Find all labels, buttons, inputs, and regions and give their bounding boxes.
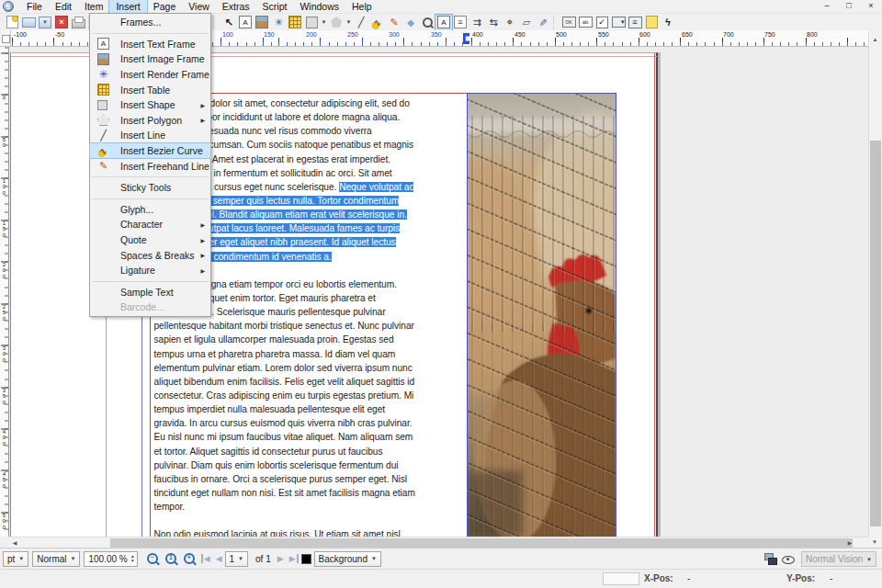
menu-item-insert-render-frame[interactable]: Insert Render Frame	[90, 67, 210, 83]
pdf-combo-box-button[interactable]	[610, 15, 627, 30]
menu-item-insert-text-frame[interactable]: Insert Text Frame	[90, 37, 210, 52]
text-line[interactable]: pellentesque habitant morbi tristique se…	[154, 319, 476, 333]
image-frame[interactable]	[467, 93, 616, 537]
zoom-button[interactable]	[419, 15, 435, 30]
scroll-up-button[interactable]: ▲	[868, 32, 881, 47]
close-button[interactable]: ×	[860, 0, 882, 13]
measurements-button[interactable]	[502, 15, 518, 30]
menu-script[interactable]: Script	[256, 0, 294, 13]
tool-dropdown-caret[interactable]: ▼	[320, 15, 328, 30]
text-line[interactable]: consectetur. Cras adipiscing enim eu tur…	[154, 389, 476, 402]
text-line[interactable]: sapien et ligula ullamcorper malesuada p…	[154, 333, 476, 346]
text-line[interactable]: tempor.	[154, 500, 476, 514]
zoom-in-button[interactable]: +	[180, 551, 198, 567]
unit-select[interactable]: pt▼	[3, 551, 28, 567]
select-item-button[interactable]	[220, 15, 237, 30]
horizontal-scroll-thumb[interactable]	[110, 538, 853, 548]
insert-table-button[interactable]	[287, 15, 303, 30]
menu-help[interactable]: Help	[345, 0, 379, 13]
unlink-text-frames-button[interactable]	[485, 15, 502, 30]
insert-freehand-line-button[interactable]	[386, 15, 402, 30]
layer-select[interactable]: Background▼	[314, 551, 381, 567]
menu-item-sticky-tools[interactable]: Sticky Tools	[90, 180, 210, 196]
spinner-arrows-icon[interactable]: ▲▼	[130, 554, 135, 563]
scroll-down-button[interactable]: ▼	[868, 537, 881, 548]
close-document-button[interactable]	[53, 15, 70, 30]
insert-render-frame-button[interactable]	[270, 15, 287, 30]
edit-story-editor-button[interactable]	[452, 15, 469, 30]
last-page-button[interactable]: ▶	[289, 554, 299, 563]
menu-item-insert-polygon[interactable]: Insert Polygon▶	[90, 113, 210, 129]
page-number-select[interactable]: 1▼	[225, 551, 249, 567]
menu-item-spaces-breaks[interactable]: Spaces & Breaks▶	[90, 247, 210, 263]
pdf-check-box-button[interactable]	[594, 15, 610, 30]
menu-item-sample-text[interactable]: Sample Text	[90, 285, 210, 300]
menu-item-frames[interactable]: Frames...	[90, 15, 210, 30]
menu-edit[interactable]: Edit	[49, 0, 78, 13]
text-line[interactable]: faucibus in ornare. Orci a scelerisque p…	[154, 472, 476, 486]
zoom-level-spinner[interactable]: 100.00 %▲▼	[84, 551, 137, 567]
text-line[interactable]: et tortor. Aliquet sagittis id consectet…	[154, 445, 476, 458]
selected-text[interactable]: Neque volutpat ac	[339, 182, 413, 192]
menu-item-character[interactable]: Character▶	[90, 217, 210, 232]
eye-dropper-button[interactable]	[535, 15, 551, 30]
text-line[interactable]: aliquet bibendum enim facilisis. Felis e…	[154, 375, 476, 389]
insert-image-frame-button[interactable]	[254, 15, 270, 30]
horizontal-scrollbar[interactable]: ◀ ▶	[9, 537, 868, 548]
menu-windows[interactable]: Windows	[293, 0, 345, 13]
pdf-link-annotation-button[interactable]	[660, 15, 676, 30]
print-document-button[interactable]	[70, 15, 86, 30]
vertical-scroll-thumb[interactable]	[870, 141, 881, 526]
menu-file[interactable]: File	[20, 0, 49, 13]
menu-view[interactable]: View	[182, 0, 216, 13]
menu-extras[interactable]: Extras	[216, 0, 256, 13]
link-text-frames-button[interactable]	[469, 15, 485, 30]
maximize-button[interactable]: □	[838, 0, 860, 13]
pdf-list-box-button[interactable]	[627, 15, 643, 30]
pdf-push-button-button[interactable]	[560, 15, 577, 30]
copy-item-properties-button[interactable]	[518, 15, 535, 30]
pdf-text-annotation-button[interactable]	[643, 15, 660, 30]
text-line[interactable]: Non odio euismod lacinia at quis risus. …	[154, 527, 476, 537]
insert-bezier-curve-button[interactable]	[369, 15, 386, 30]
save-document-button[interactable]	[37, 15, 53, 30]
insert-polygon-button[interactable]	[328, 15, 345, 30]
zoom-default-button[interactable]: 1	[162, 551, 179, 567]
zoom-out-button[interactable]: −	[143, 551, 161, 567]
tool-dropdown-caret[interactable]: ▼	[345, 15, 353, 30]
next-page-button[interactable]: ▶	[277, 554, 284, 563]
menu-item-insert-table[interactable]: Insert Table	[90, 82, 210, 97]
insert-text-frame-button[interactable]	[237, 15, 254, 30]
preview-mode-icon[interactable]	[764, 553, 777, 565]
insert-line-button[interactable]	[353, 15, 369, 30]
menu-item-insert-image-frame[interactable]: Insert Image Frame	[90, 51, 210, 67]
text-line[interactable]	[154, 514, 476, 527]
text-line[interactable]: tempus urna et pharetra pharetra massa. …	[154, 347, 476, 361]
quality-select[interactable]: Normal▼	[32, 551, 80, 567]
open-document-button[interactable]	[20, 15, 37, 30]
text-line[interactable]: gravida. In arcu cursus euismod quis viv…	[154, 416, 476, 430]
new-document-button[interactable]	[4, 15, 20, 30]
menu-insert[interactable]: Insert	[109, 0, 146, 13]
ruler-origin-button[interactable]	[0, 30, 11, 47]
vertical-scrollbar[interactable]	[868, 47, 881, 537]
menu-item-glyph[interactable]: Glyph...	[90, 202, 210, 218]
text-line[interactable]: pulvinar. Diam quis enim lobortis sceler…	[154, 458, 476, 472]
text-line[interactable]: tincidunt eget nullam non nisi. Est sit …	[154, 486, 476, 500]
menu-item-quote[interactable]: Quote▶	[90, 232, 210, 248]
menu-item-insert-line[interactable]: Insert Line	[90, 128, 210, 143]
edit-contents-button[interactable]	[435, 15, 452, 30]
text-line[interactable]: Eu nisl nunc mi ipsum faucibus vitae ali…	[154, 430, 476, 444]
insert-calligraphic-line-button[interactable]	[402, 15, 419, 30]
menu-item-ligature[interactable]: Ligature▶	[90, 263, 210, 278]
menu-item[interactable]: Item	[78, 0, 109, 13]
text-line[interactable]: elementum pulvinar etiam. Lorem dolor se…	[154, 361, 476, 375]
minimize-button[interactable]: –	[816, 0, 838, 13]
previous-page-button[interactable]: ◀	[216, 554, 222, 563]
eye-icon[interactable]	[781, 553, 796, 566]
menu-item-insert-shape[interactable]: Insert Shape▶	[90, 97, 210, 113]
first-page-button[interactable]: ◀	[201, 554, 210, 563]
pdf-text-field-button[interactable]	[577, 15, 594, 30]
insert-shape-button[interactable]	[303, 15, 320, 30]
menu-item-insert-freehand-line[interactable]: Insert Freehand Line	[90, 158, 210, 174]
